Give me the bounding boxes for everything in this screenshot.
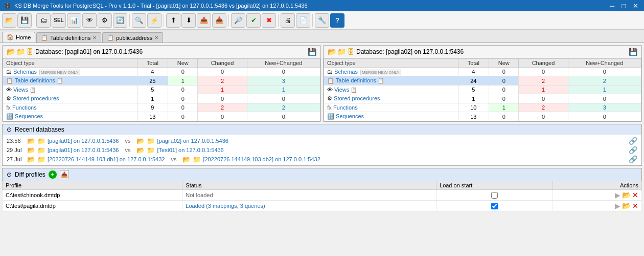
action-folder-icon[interactable]: 📂 — [622, 191, 631, 199]
obj-name-link[interactable]: Table definitions — [15, 77, 55, 83]
up-button[interactable]: ⬆ — [166, 13, 180, 28]
right-open-icon[interactable]: 📂 — [328, 48, 336, 56]
table-row[interactable]: 🔢 Sequences 13 0 0 0 — [324, 112, 641, 121]
obj-name-cell[interactable]: fx Functions — [324, 103, 458, 112]
recent-right-folder1-icon[interactable]: 📂 — [182, 156, 191, 163]
recent-right-folder1-icon[interactable]: 📂 — [136, 137, 145, 145]
obj-name-cell[interactable]: 🗂 Schemas MERGE NEW ONLY — [3, 68, 137, 76]
copy-icon[interactable]: 📋 — [30, 87, 36, 93]
table-row[interactable]: 📋 Table definitions 📋 25 1 2 3 — [3, 76, 320, 86]
cross-button[interactable]: ✖ — [262, 13, 276, 28]
obj-name-cell[interactable]: 🔢 Sequences — [324, 112, 458, 121]
recent-left-folder2-icon[interactable]: 📁 — [37, 156, 45, 163]
left-folder-icon[interactable]: 📁 — [16, 48, 25, 56]
diff-import-button[interactable]: 📥 — [60, 170, 69, 179]
action-folder-icon[interactable]: 📂 — [622, 202, 631, 210]
import-button[interactable]: 📥 — [212, 13, 226, 28]
diff-profiles-header[interactable]: ⊙ Diff profiles + 📥 — [2, 168, 642, 181]
obj-name-link[interactable]: Functions — [12, 104, 37, 111]
obj-name-link[interactable]: Stored procedures — [13, 95, 59, 101]
open-button[interactable]: 📂 — [2, 13, 16, 28]
obj-name-cell[interactable]: 👁 Views 📋 — [3, 86, 137, 94]
close-button[interactable]: ✕ — [631, 2, 640, 10]
refresh-button[interactable]: 🔄 — [113, 13, 127, 28]
recent-right-db[interactable]: [Test01] on 127.0.0.1:5436 — [157, 147, 223, 153]
proc-button[interactable]: ⚙ — [98, 13, 112, 28]
table-row[interactable]: fx Functions 10 1 2 3 — [324, 103, 641, 112]
recent-connect-icon[interactable]: 🔗 — [629, 155, 637, 163]
recent-right-folder2-icon[interactable]: 📁 — [147, 146, 155, 154]
view-button[interactable]: 👁 — [82, 13, 97, 28]
obj-name-cell[interactable]: ⚙ Stored procedures — [324, 94, 458, 103]
tab-table-definitions[interactable]: 📋 Table definitions ✕ — [36, 32, 101, 42]
recent-left-db[interactable]: [pagila01] on 127.0.0.1:5436 — [48, 147, 119, 153]
tab-public-address-close[interactable]: ✕ — [154, 35, 158, 40]
right-save-icon[interactable]: 💾 — [629, 48, 637, 56]
obj-name-cell[interactable]: 📋 Table definitions 📋 — [324, 76, 458, 86]
action-run-icon[interactable]: ▶ — [615, 191, 620, 199]
copy-icon[interactable]: 📋 — [351, 87, 357, 93]
recent-left-folder1-icon[interactable]: 📂 — [27, 146, 35, 154]
tab-home[interactable]: 🏠 Home — [2, 32, 35, 42]
recent-left-db[interactable]: [pagila01] on 127.0.0.1:5436 — [48, 138, 119, 144]
tab-table-def-close[interactable]: ✕ — [93, 35, 97, 40]
left-save-icon[interactable]: 💾 — [308, 48, 316, 56]
table-row[interactable]: 🗂 Schemas MERGE NEW ONLY 4 0 0 0 — [3, 68, 320, 76]
select-button[interactable]: SEL — [52, 13, 66, 28]
obj-name-link[interactable]: Table definitions — [336, 77, 376, 83]
table-row[interactable]: 🗂 Schemas MERGE NEW ONLY 4 0 0 0 — [324, 68, 641, 76]
table-row[interactable]: 🔢 Sequences 13 0 0 0 — [3, 112, 320, 121]
obj-name-link[interactable]: Views — [334, 87, 349, 93]
obj-name-cell[interactable]: 📋 Table definitions 📋 — [3, 76, 137, 86]
diff-load-checkbox[interactable] — [491, 192, 498, 199]
obj-name-link[interactable]: Stored procedures — [334, 95, 380, 101]
diff-profile-row[interactable]: C:\test\pagila.dmtdp Loaded (3 mappings,… — [3, 201, 642, 211]
recent-left-folder2-icon[interactable]: 📁 — [37, 137, 45, 145]
diff-load-checkbox[interactable] — [491, 203, 498, 209]
table-row[interactable]: 👁 Views 📋 5 0 1 1 — [3, 86, 320, 94]
recent-connect-icon[interactable]: 🔗 — [629, 137, 637, 145]
filter-button[interactable]: 🔎 — [231, 13, 245, 28]
obj-name-link[interactable]: Schemas — [334, 69, 358, 75]
recent-db-row[interactable]: 27 Jul 📂 📁 [20220726 144149.103 db1] on … — [7, 155, 637, 164]
action-delete-icon[interactable]: ✕ — [632, 202, 638, 210]
sync-button[interactable]: ⚡ — [147, 13, 162, 28]
recent-right-folder1-icon[interactable]: 📂 — [136, 146, 145, 154]
obj-name-link[interactable]: Sequences — [336, 113, 364, 119]
print-button[interactable]: 🖨 — [281, 13, 295, 28]
table-row[interactable]: ⚙ Stored procedures 1 0 0 0 — [3, 94, 320, 103]
right-db-icon[interactable]: 🗄 — [347, 48, 354, 56]
table-button[interactable]: 📊 — [67, 13, 81, 28]
recent-right-db[interactable]: [20220726 144149.103 db2] on 127.0.0.1:5… — [203, 156, 320, 162]
obj-name-cell[interactable]: ⚙ Stored procedures — [3, 94, 137, 103]
obj-name-cell[interactable]: 🗂 Schemas MERGE NEW ONLY — [324, 68, 458, 76]
obj-name-cell[interactable]: 👁 Views 📋 — [324, 86, 458, 94]
copy-icon[interactable]: 📋 — [378, 78, 384, 83]
recent-left-folder2-icon[interactable]: 📁 — [37, 146, 45, 154]
table-row[interactable]: fx Functions 9 0 2 2 — [3, 103, 320, 112]
obj-name-link[interactable]: Functions — [333, 104, 358, 111]
table-row[interactable]: 👁 Views 📋 5 0 1 1 — [324, 86, 641, 94]
maximize-button[interactable]: □ — [620, 2, 627, 10]
compare-button[interactable]: 🔍 — [132, 13, 146, 28]
settings-button[interactable]: 🔧 — [315, 13, 329, 28]
diff-add-button[interactable]: + — [49, 170, 57, 179]
recent-databases-header[interactable]: ⊙ Recent databases — [2, 124, 642, 135]
down-button[interactable]: ⬇ — [181, 13, 196, 28]
obj-name-link[interactable]: Views — [13, 87, 28, 93]
obj-name-cell[interactable]: 🔢 Sequences — [3, 112, 137, 121]
check-button[interactable]: ✔ — [246, 13, 261, 28]
action-delete-icon[interactable]: ✕ — [632, 191, 638, 199]
recent-right-folder2-icon[interactable]: 📁 — [193, 156, 201, 163]
right-folder-icon[interactable]: 📁 — [337, 48, 346, 56]
action-run-icon[interactable]: ▶ — [615, 202, 620, 210]
tab-public-address[interactable]: 📋 public.address ✕ — [102, 32, 163, 42]
table-row[interactable]: 📋 Table definitions 📋 24 0 2 2 — [324, 76, 641, 86]
help-button[interactable]: ? — [330, 13, 344, 28]
export-button[interactable]: 📤 — [197, 13, 211, 28]
minimize-button[interactable]: ─ — [608, 2, 616, 10]
schemas-button[interactable]: 🗂 — [36, 13, 51, 28]
recent-right-db[interactable]: [pagila02] on 127.0.0.1:5436 — [157, 138, 228, 144]
report-button[interactable]: 📄 — [296, 13, 310, 28]
left-open-icon[interactable]: 📂 — [7, 48, 15, 56]
